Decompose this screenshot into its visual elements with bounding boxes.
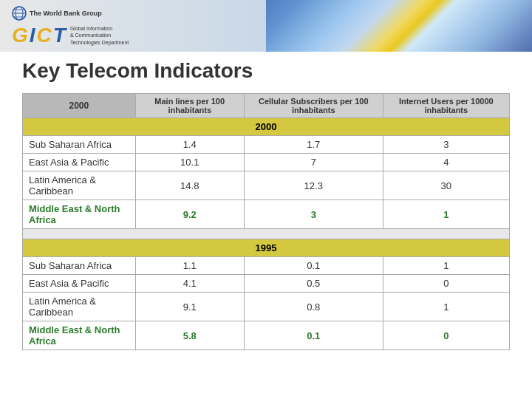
table-row: East Asia & Pacific 10.1 7 4 (23, 154, 510, 171)
table-row: Middle East & North Africa 5.8 0.1 0 (23, 321, 510, 350)
mainlines-val: 14.8 (135, 171, 244, 200)
region-label: Latin America & Caribbean (23, 171, 136, 200)
internet-val: 0 (383, 321, 509, 350)
world-bank-logo: The World Bank Group (12, 6, 129, 21)
gict-g: G (12, 25, 28, 46)
cellular-val: 7 (244, 154, 383, 171)
dept-line2: & Communication (70, 33, 111, 38)
header-image (266, 0, 532, 52)
region-label: Middle East & North Africa (23, 200, 136, 229)
dept-text: Global Information & Communication Techn… (70, 25, 129, 45)
main-content: Key Telecom Indicators 2000 Main lines p… (0, 52, 532, 358)
cellular-val: 1.7 (244, 136, 383, 154)
col1-header: Main lines per 100 inhabitants (135, 94, 244, 118)
internet-val: 30 (383, 171, 509, 200)
table-row: Latin America & Caribbean 9.1 0.8 1 (23, 293, 510, 321)
header-banner: The World Bank Group G I C T Global Info… (0, 0, 532, 52)
col2-header: Cellular Subscribers per 100 inhabitants (244, 94, 383, 118)
gict-i: I (30, 25, 35, 46)
dept-line3: Technologies Department (70, 40, 129, 45)
mainlines-val: 1.1 (135, 257, 244, 275)
cellular-val: 3 (244, 200, 383, 229)
internet-val: 1 (383, 293, 509, 321)
mainlines-val: 5.8 (135, 321, 244, 350)
cellular-val: 12.3 (244, 171, 383, 200)
cellular-val: 0.8 (244, 293, 383, 321)
table-row: Sub Saharan Africa 1.4 1.7 3 (23, 136, 510, 154)
gict-t: T (53, 25, 66, 46)
region-label: East Asia & Pacific (23, 275, 136, 293)
year-label: 2000 (69, 100, 89, 111)
data-table: 2000 Main lines per 100 inhabitants Cell… (22, 93, 510, 350)
table-row: East Asia & Pacific 4.1 0.5 0 (23, 275, 510, 293)
table-row: Sub Saharan Africa 1.1 0.1 1 (23, 257, 510, 275)
dept-line1: Global Information (70, 26, 112, 31)
cable-visual (266, 0, 532, 52)
mainlines-val: 4.1 (135, 275, 244, 293)
cellular-val: 0.1 (244, 257, 383, 275)
region-label: Latin America & Caribbean (23, 293, 136, 321)
globe-icon (12, 6, 27, 21)
region-label: Middle East & North Africa (23, 321, 136, 350)
spacer-row (23, 229, 510, 239)
table-row: Latin America & Caribbean 14.8 12.3 30 (23, 171, 510, 200)
region-label: Sub Saharan Africa (23, 257, 136, 275)
mainlines-val: 9.2 (135, 200, 244, 229)
internet-val: 3 (383, 136, 509, 154)
internet-val: 4 (383, 154, 509, 171)
col-year-header: 2000 (23, 94, 136, 118)
mainlines-val: 10.1 (135, 154, 244, 171)
mainlines-val: 1.4 (135, 136, 244, 154)
gict-c: C (37, 25, 52, 46)
logo-area: The World Bank Group G I C T Global Info… (12, 6, 129, 46)
world-bank-label: The World Bank Group (30, 10, 102, 17)
cellular-val: 0.1 (244, 321, 383, 350)
mainlines-val: 9.1 (135, 293, 244, 321)
internet-val: 1 (383, 200, 509, 229)
cellular-val: 0.5 (244, 275, 383, 293)
gict-logo: G I C T Global Information & Communicati… (12, 25, 129, 46)
table-row: Middle East & North Africa 9.2 3 1 (23, 200, 510, 229)
page-title: Key Telecom Indicators (22, 59, 510, 83)
internet-val: 1 (383, 257, 509, 275)
internet-val: 0 (383, 275, 509, 293)
year-section-header: 2000 (23, 118, 510, 136)
region-label: East Asia & Pacific (23, 154, 136, 171)
region-label: Sub Saharan Africa (23, 136, 136, 154)
col3-header: Internet Users per 10000 inhabitants (383, 94, 509, 118)
year-section-header: 1995 (23, 239, 510, 257)
